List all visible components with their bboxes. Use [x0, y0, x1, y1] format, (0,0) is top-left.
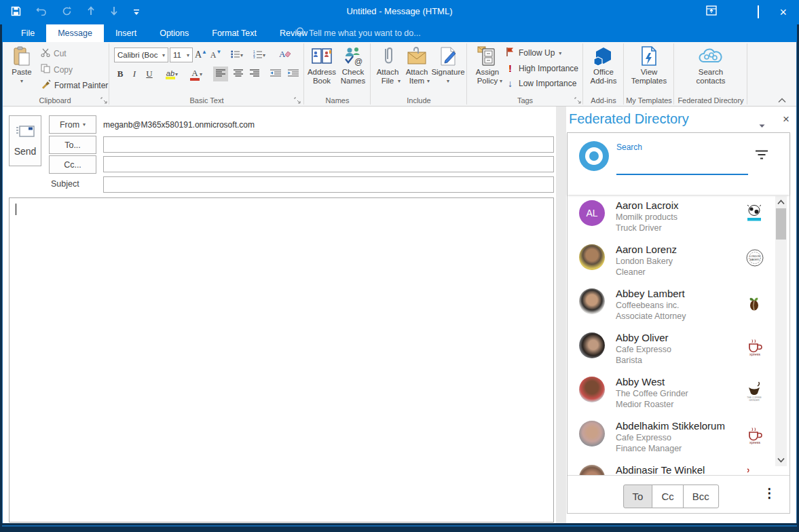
contact-name: Abbey Lambert: [616, 288, 685, 299]
federated-directory-pane: Search AL Aaron Lacroix Momilk products …: [567, 132, 790, 514]
format-painter-button[interactable]: Format Painter: [41, 79, 108, 91]
assign-policy-caret-icon: ▾: [500, 77, 502, 86]
avatar-photo: [579, 421, 605, 446]
font-size-dropdown[interactable]: 11 ▾: [170, 48, 193, 62]
tab-insert[interactable]: Insert: [104, 24, 148, 42]
cc-toggle-button[interactable]: Cc: [652, 484, 683, 508]
decrease-indent-button[interactable]: [267, 66, 284, 81]
address-book-button[interactable]: Address Book: [306, 45, 337, 86]
bullets-button[interactable]: ▾: [228, 48, 246, 62]
to-field[interactable]: [103, 136, 554, 153]
contact-row[interactable]: Abby West The Coffee Grinder Medior Roas…: [568, 374, 789, 418]
cc-field[interactable]: [103, 156, 554, 172]
filter-icon[interactable]: [755, 149, 768, 163]
close-window-button[interactable]: ×: [779, 7, 787, 18]
pane-splitter[interactable]: [556, 107, 566, 523]
font-name-dropdown[interactable]: Calibri (Boc ▾: [114, 48, 168, 62]
office-addins-label: Office Add-ins: [586, 68, 621, 86]
view-templates-button[interactable]: View Templates: [626, 45, 672, 86]
group-addins: Office Add-ins Add-ins: [584, 42, 623, 106]
clipboard-dialog-launcher-icon[interactable]: [100, 94, 109, 102]
increase-indent-icon: [288, 69, 299, 79]
contact-row[interactable]: Abbey Lambert Coffeebeans inc. Associate…: [568, 286, 789, 330]
italic-button[interactable]: I: [129, 66, 140, 81]
increase-indent-button[interactable]: [285, 66, 301, 81]
tags-dialog-launcher-icon[interactable]: [574, 94, 582, 102]
follow-up-label: Follow Up: [519, 48, 555, 58]
lightbulb-icon: [296, 27, 304, 40]
search-contacts-button[interactable]: Search contacts: [676, 45, 745, 86]
scrollbar-thumb[interactable]: [776, 208, 786, 240]
more-options-icon[interactable]: ⋮: [763, 485, 776, 501]
tab-message[interactable]: Message: [46, 24, 104, 42]
window-border: [0, 523, 799, 532]
office-addins-button[interactable]: Office Add-ins: [585, 45, 622, 86]
attach-item-button[interactable]: Attach Item▾: [403, 45, 431, 86]
assign-policy-icon: [477, 45, 498, 68]
recipient-type-footer: To Cc Bcc ⋮: [568, 475, 789, 513]
send-button[interactable]: Send: [9, 115, 41, 166]
copy-button[interactable]: Copy: [41, 64, 73, 75]
group-tags: Assign Policy▾ Follow Up ▾ ! High Import…: [468, 42, 582, 106]
text-cursor: [16, 204, 16, 215]
align-left-button[interactable]: [213, 66, 228, 81]
assign-policy-button[interactable]: Assign Policy▾: [472, 45, 503, 86]
group-basic-text: Calibri (Boc ▾ 11 ▾ A▲ A▼ ▾ 123 ▾ A: [110, 42, 303, 106]
scroll-up-icon[interactable]: [775, 196, 787, 208]
basic-text-dialog-launcher-icon[interactable]: [294, 94, 302, 102]
bold-button[interactable]: B: [114, 66, 126, 81]
follow-up-button[interactable]: Follow Up ▾: [506, 47, 561, 59]
align-center-button[interactable]: [231, 66, 246, 81]
low-importance-button[interactable]: ↓ Low Importance: [506, 78, 576, 89]
maximize-button[interactable]: [758, 6, 759, 18]
cut-button[interactable]: Cut: [41, 48, 67, 59]
contact-row[interactable]: Abdelhakim Stikkelorum Cafe Expresso Fin…: [568, 418, 789, 462]
message-body[interactable]: [9, 197, 554, 522]
contact-row[interactable]: Abby Oliver Cafe Expresso Barista xpress: [568, 330, 789, 374]
paste-button[interactable]: Paste ▾: [7, 45, 37, 86]
cafe-expresso-logo: xpress: [745, 425, 764, 446]
pane-close-button[interactable]: ×: [783, 113, 789, 126]
contact-row[interactable]: AL Aaron Lacroix Momilk products Truck D…: [568, 197, 789, 242]
bcc-toggle-button[interactable]: Bcc: [683, 484, 719, 508]
clear-formatting-button[interactable]: A: [276, 48, 295, 62]
ribbon-display-options-icon[interactable]: [706, 5, 717, 18]
bullets-icon: [231, 50, 240, 60]
attach-file-button[interactable]: Attach File▾: [373, 45, 403, 86]
high-importance-button[interactable]: ! High Importance: [506, 62, 578, 74]
to-toggle-button[interactable]: To: [623, 484, 653, 508]
contact-row[interactable]: Aaron Lorenz London Bakery Cleaner LONDO…: [568, 242, 789, 286]
tab-file[interactable]: File: [10, 24, 46, 42]
cc-button[interactable]: Cc...: [49, 155, 96, 174]
tell-me-label: Tell me what you want to do...: [309, 28, 421, 38]
to-button[interactable]: To...: [49, 136, 96, 154]
paste-label: Paste: [12, 68, 31, 77]
font-size-caret-icon: ▾: [187, 52, 189, 58]
svg-text:LONDON: LONDON: [749, 255, 760, 258]
tab-format-text[interactable]: Format Text: [200, 24, 268, 42]
highlight-icon: ab: [166, 69, 175, 79]
font-color-button[interactable]: A ▾: [186, 66, 206, 81]
align-right-button[interactable]: [247, 66, 262, 81]
grow-font-button[interactable]: A▲: [194, 48, 208, 62]
signature-button[interactable]: Signature ▾: [431, 45, 465, 86]
contact-row[interactable]: Abdinasir Te Winkel: [568, 462, 789, 475]
check-names-button[interactable]: @ Check Names: [337, 45, 369, 86]
contact-list-scrollbar[interactable]: [775, 196, 787, 466]
underline-button[interactable]: U: [143, 66, 156, 81]
text-highlight-button[interactable]: ab ▾: [162, 66, 182, 81]
scroll-down-icon[interactable]: [775, 454, 787, 466]
collapse-ribbon-icon[interactable]: [778, 94, 786, 106]
font-name-caret-icon: ▾: [162, 52, 165, 58]
search-input[interactable]: [616, 174, 748, 175]
group-divider: [582, 43, 583, 104]
from-button[interactable]: From ▾: [49, 115, 96, 134]
group-divider: [370, 43, 371, 104]
tell-me-box[interactable]: Tell me what you want to do...: [296, 24, 421, 42]
numbering-button[interactable]: 123 ▾: [250, 48, 269, 62]
tab-options[interactable]: Options: [148, 24, 200, 42]
subject-field[interactable]: [103, 176, 554, 193]
shrink-font-button[interactable]: A▼: [209, 48, 223, 62]
window-border-accent: [2, 525, 797, 527]
pane-menu-caret-icon[interactable]: [759, 119, 765, 131]
